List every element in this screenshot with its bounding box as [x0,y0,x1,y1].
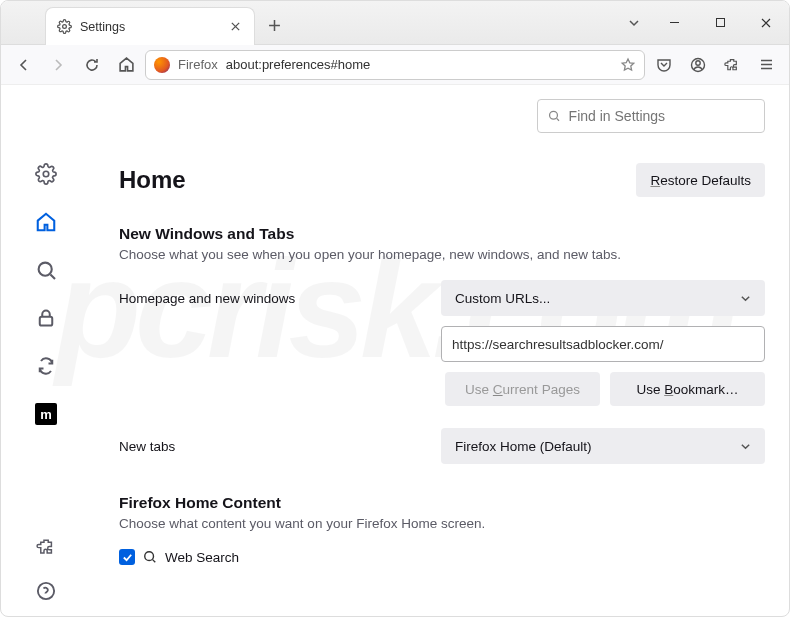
homepage-url-input[interactable] [441,326,765,362]
titlebar: Settings [1,1,789,45]
page-heading: Home [119,166,186,194]
svg-rect-6 [40,317,53,326]
url-bar[interactable]: Firefox about:preferences#home [145,50,645,80]
account-button[interactable] [683,50,713,80]
svg-point-4 [43,171,49,177]
browser-tab[interactable]: Settings [45,7,255,45]
chevron-down-icon [740,293,751,304]
use-bookmark-button[interactable]: Use Bookmark… [610,372,765,406]
settings-sidebar: m [1,85,91,617]
sidebar-more-icon[interactable]: m [35,403,57,425]
section-windows-tabs-desc: Choose what you see when you open your h… [119,247,765,262]
reload-button[interactable] [77,50,107,80]
app-menu-button[interactable] [751,50,781,80]
svg-rect-1 [716,19,724,27]
newtabs-dropdown-value: Firefox Home (Default) [455,439,592,454]
back-button[interactable] [9,50,39,80]
new-tab-button[interactable] [259,7,289,44]
tabs-dropdown-button[interactable] [617,1,651,44]
svg-point-3 [696,60,700,64]
newtabs-label: New tabs [119,439,429,454]
homepage-dropdown-value: Custom URLs... [455,291,550,306]
tab-title: Settings [80,20,218,34]
svg-point-0 [62,25,66,29]
use-current-pages-button[interactable]: Use Current Pages [445,372,600,406]
content-area: m Home Restore Defaults New Windows and … [1,85,789,617]
gear-icon [56,19,72,35]
url-text: about:preferences#home [226,57,371,72]
websearch-checkbox[interactable] [119,549,135,565]
sidebar-home-icon[interactable] [35,211,57,233]
bookmark-star-icon[interactable] [620,57,636,73]
sidebar-search-icon[interactable] [35,259,57,281]
homepage-label: Homepage and new windows [119,291,429,306]
svg-point-8 [550,111,558,119]
settings-search-input[interactable] [537,99,765,133]
minimize-button[interactable] [651,1,697,45]
newtabs-dropdown[interactable]: Firefox Home (Default) [441,428,765,464]
close-window-button[interactable] [743,1,789,45]
url-context: Firefox [178,57,218,72]
websearch-label: Web Search [165,550,239,565]
forward-button[interactable] [43,50,73,80]
section-windows-tabs-title: New Windows and Tabs [119,225,765,243]
homepage-dropdown[interactable]: Custom URLs... [441,280,765,316]
sidebar-sync-icon[interactable] [35,355,57,377]
sidebar-general-icon[interactable] [35,163,57,185]
section-home-content-title: Firefox Home Content [119,494,765,512]
search-field[interactable] [569,108,754,124]
chevron-down-icon [740,441,751,452]
window-controls [651,1,789,44]
search-icon [548,109,561,123]
home-button[interactable] [111,50,141,80]
close-tab-button[interactable] [226,18,244,36]
maximize-button[interactable] [697,1,743,45]
settings-main: Home Restore Defaults New Windows and Ta… [91,85,789,617]
firefox-icon [154,57,170,73]
section-home-content-desc: Choose what content you want on your Fir… [119,516,765,531]
pocket-button[interactable] [649,50,679,80]
sidebar-extensions-icon[interactable] [35,536,57,558]
toolbar: Firefox about:preferences#home [1,45,789,85]
search-icon [143,550,157,564]
svg-point-9 [145,552,154,561]
sidebar-help-icon[interactable] [35,580,57,602]
sidebar-privacy-icon[interactable] [35,307,57,329]
svg-point-5 [38,262,51,275]
extensions-button[interactable] [717,50,747,80]
restore-defaults-button[interactable]: Restore Defaults [636,163,765,197]
